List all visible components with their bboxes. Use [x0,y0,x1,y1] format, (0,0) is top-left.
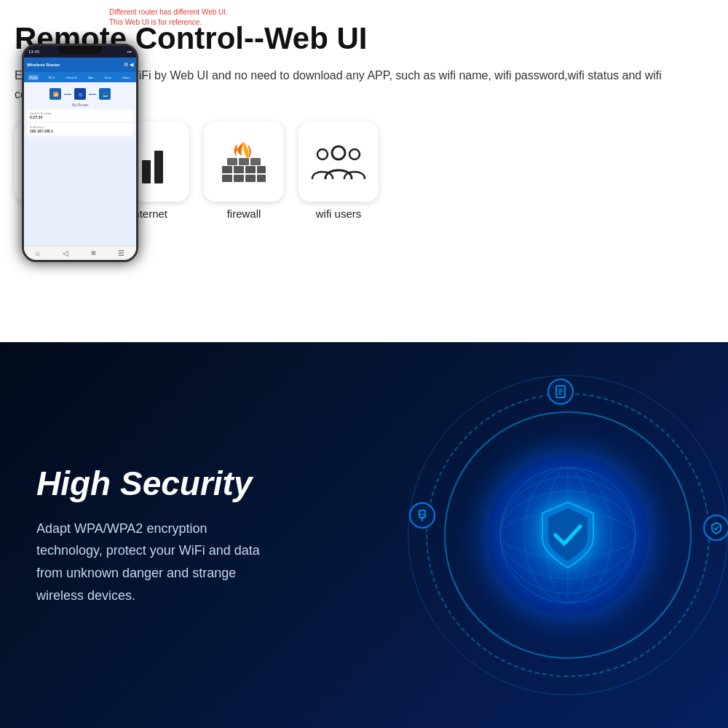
svg-point-17 [349,149,360,159]
phone-time: 13:45 [28,50,39,54]
phone-menu-icon: ☰ [118,249,124,257]
phone-home-icon: ⌂ [35,249,39,257]
phone-router-diagram: 📶 ⊡ 💻 [27,85,133,103]
phone-nav-wifi: Wi-Fi [47,75,57,80]
phone-app-title: Wireless Router [27,63,60,67]
phone-screen: Wireless Router ⚙ ◀ Home Wi-Fi Network A… [24,58,136,260]
shield-small-icon [710,521,723,534]
phone-container: 13:45 ▪▪▪ Wireless Router ⚙ ◀ Home Wi-Fi… [22,44,273,262]
phone-nav-status: Status [121,75,132,80]
phone-line1 [64,94,71,95]
pin-icon: PIN [416,509,429,522]
phone-nav-home: Home [28,75,39,80]
orbit-dot-shield [703,515,728,541]
phone-nav-tools: Tools [103,75,112,80]
phone-back-icon: ◁ [63,249,68,257]
phone-app-header: Wireless Router ⚙ ◀ [24,58,136,72]
phone-apps-icon: ⊞ [91,250,96,256]
globe-container: PIN [393,360,728,710]
phone-nav-advanced: Adv [87,75,95,80]
phone-device-modem: 📶 [50,88,61,100]
feature-wifi-users: wifi users [298,122,379,220]
bottom-description: Adapt WPA/WPA2 encryption technology, pr… [36,518,269,606]
phone-status-value: 0:27:34 [30,115,130,119]
phone-nav: Home Wi-Fi Network Adv Tools Status [24,72,136,82]
top-section: Different router has different Web UI. T… [0,0,728,342]
svg-point-16 [317,149,328,159]
svg-point-15 [332,146,345,159]
orbit-dot-document [547,379,574,405]
orbit-dot-pin: PIN [409,502,435,529]
svg-text:PIN: PIN [419,513,426,517]
feature-icon-box-users [298,122,379,202]
phone-status-box: System Running 0:27:34 [27,109,133,122]
phone-my-router: My Router [27,103,133,107]
bottom-section: High Security Adapt WPA/WPA2 encryption … [0,342,728,728]
phone-ip-box: IP Address 192.167.100.1 [27,123,133,135]
note-text: Different router has different Web UI. T… [109,7,228,28]
phone-device-laptop: 💻 [99,88,111,100]
bottom-text: High Security Adapt WPA/WPA2 encryption … [0,420,306,650]
feature-label-users: wifi users [316,207,362,220]
phone-device-router: ⊡ [74,88,86,100]
document-icon [554,385,567,398]
note-line2: This Web UI is for reference. [109,17,228,28]
phone-bottom-nav: ⌂ ◁ ⊞ ☰ [24,245,136,260]
note-line1: Different router has different Web UI. [109,7,228,17]
phone-content: 📶 ⊡ 💻 My Router System Running 0:27:34 [24,82,136,140]
phone-nav-network: Network [65,75,79,80]
phone-frame: 13:45 ▪▪▪ Wireless Router ⚙ ◀ Home Wi-Fi… [22,44,138,262]
bottom-title: High Security [36,464,269,503]
phone-status-icons: ▪▪▪ [127,50,132,54]
phone-ip-value: 192.167.100.1 [30,129,130,133]
shield-icon [535,499,601,571]
phone-line2 [89,94,96,95]
phone-notch [58,46,102,55]
globe-core [488,455,648,615]
users-icon [309,138,368,186]
